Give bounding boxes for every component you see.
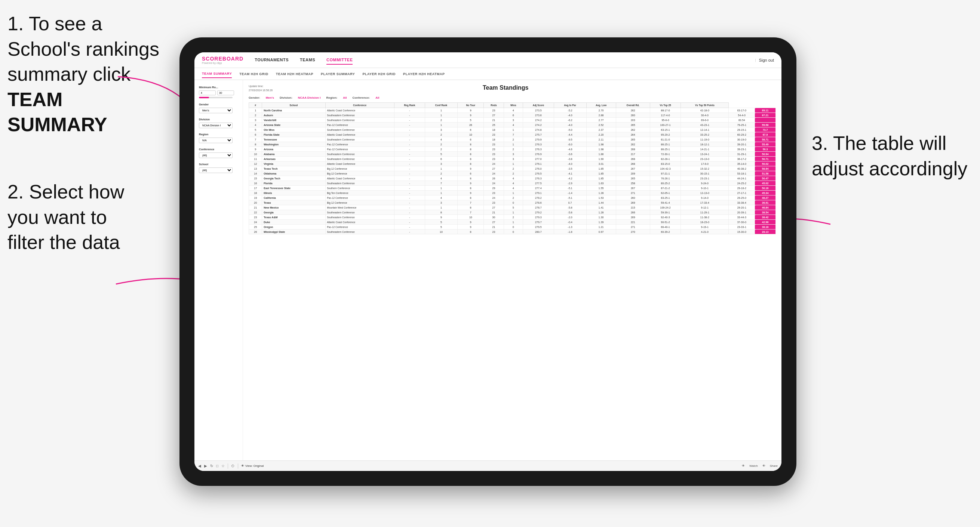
min-rounds-min-input[interactable]: [199, 90, 216, 95]
data-cell: 1: [425, 166, 457, 171]
data-cell: 269: [616, 215, 650, 220]
table-row: 24DukeAtlantic Coast Conference-59271279…: [249, 220, 776, 225]
toolbar-refresh-icon[interactable]: ↻: [210, 464, 213, 468]
data-cell: 27: [484, 113, 504, 118]
data-cell: -4.1: [554, 171, 586, 176]
data-cell: 18: [484, 137, 504, 142]
toolbar-back-icon[interactable]: ◀: [198, 464, 201, 468]
conference-cell: Big Ten Conference: [325, 190, 394, 195]
data-cell: 26: [249, 230, 262, 234]
table-row: 21New MexicoMountain West Conference-182…: [249, 205, 776, 210]
nav-committee[interactable]: COMMITTEE: [326, 56, 353, 65]
data-cell: 97-21-1: [650, 171, 681, 176]
points-cell: 50.3: [755, 147, 776, 152]
subnav-team-h2h-grid[interactable]: TEAM H2H GRID: [239, 70, 269, 78]
data-cell: 11: [249, 157, 262, 162]
table-row: 10AlabamaSoutheastern Conference-5823327…: [249, 152, 776, 157]
data-cell: 79-25-1: [729, 122, 755, 127]
view-original-btn[interactable]: 👁 View: Original: [241, 464, 264, 468]
conference-select[interactable]: (All) SEC Big 12: [199, 152, 232, 158]
points-cell: 45.34: [755, 190, 776, 195]
subnav-player-h2h-heatmap[interactable]: PLAYER H2H HEATMAP: [403, 70, 445, 78]
region-select[interactable]: N/A All: [199, 138, 232, 143]
data-cell: 1.85: [586, 171, 616, 176]
filter-gender: Gender Men's Women's: [199, 103, 238, 113]
gender-select[interactable]: Men's Women's: [199, 108, 232, 113]
subnav-team-h2h-heatmap[interactable]: TEAM H2H HEATMAP: [276, 70, 313, 78]
data-cell: 276.3: [523, 176, 554, 181]
data-cell: 86-25-1: [650, 147, 681, 152]
school-cell: Washington: [262, 142, 325, 147]
data-cell: 2: [504, 215, 523, 220]
subnav-team-summary[interactable]: TEAM SUMMARY: [202, 70, 232, 78]
toolbar-clock-icon[interactable]: ⏲: [231, 464, 235, 468]
toolbar-bookmark-icon[interactable]: ☆: [221, 464, 225, 468]
conference-cell: Southeastern Conference: [325, 118, 394, 122]
data-cell: 221: [616, 220, 650, 225]
table-row: 5Ole MissSoutheastern Conference-3618127…: [249, 127, 776, 132]
data-cell: 2: [425, 118, 457, 122]
data-cell: 5: [425, 152, 457, 157]
data-cell: 6: [458, 171, 484, 176]
table-row: 7TennesseeSoutheastern Conference-461822…: [249, 137, 776, 142]
col-overall: Overall Rd.: [616, 103, 650, 108]
data-cell: 6: [249, 132, 262, 137]
data-cell: 258: [616, 181, 650, 186]
data-cell: 1.30: [586, 215, 616, 220]
data-cell: 1: [504, 127, 523, 132]
sign-out-link[interactable]: Sign out: [759, 58, 774, 62]
points-cell: 48.27: [755, 195, 776, 200]
conference-cell: Big 12 Conference: [325, 171, 394, 176]
data-cell: 86-25-1: [650, 142, 681, 147]
data-cell: 23: [484, 157, 504, 162]
data-cell: 104-42-3: [650, 166, 681, 171]
data-cell: 278.2: [523, 195, 554, 200]
data-cell: 26: [458, 122, 484, 127]
data-cell: 6: [504, 113, 523, 118]
data-cell: 274.2: [523, 122, 554, 127]
data-cell: 268: [616, 157, 650, 162]
min-rounds-slider[interactable]: [199, 97, 232, 98]
data-cell: 12-13-0: [681, 190, 729, 195]
data-cell: -: [394, 205, 425, 210]
conference-cell: Pac-12 Conference: [325, 195, 394, 200]
col-vs-top50: Vs Top 50 Points: [681, 103, 729, 108]
nav-teams[interactable]: TEAMS: [300, 56, 315, 65]
nav-tournaments[interactable]: TOURNAMENTS: [255, 56, 289, 65]
data-cell: 8: [458, 152, 484, 157]
data-cell: 9-19-1: [681, 225, 729, 230]
data-cell: 88-17-0: [650, 108, 681, 113]
table-header-section: Update time: 27/03/2024 16:56:26 Team St…: [249, 84, 776, 92]
data-cell: 6: [425, 157, 457, 162]
data-cell: 1: [504, 220, 523, 225]
data-cell: 29-20-1: [729, 205, 755, 210]
toolbar-forward-icon[interactable]: ▶: [204, 464, 207, 468]
data-cell: 0: [504, 225, 523, 230]
data-cell: 271: [616, 190, 650, 195]
data-cell: 8: [458, 176, 484, 181]
data-cell: 267: [616, 186, 650, 190]
subnav-player-summary[interactable]: PLAYER SUMMARY: [321, 70, 355, 78]
data-cell: 2: [425, 147, 457, 152]
toolbar-share-icon[interactable]: □: [216, 464, 218, 468]
data-cell: -1.8: [554, 230, 586, 234]
school-select[interactable]: (All): [199, 167, 232, 173]
division-select[interactable]: NCAA Division I NCAA Division II NCAA Di…: [199, 122, 232, 128]
table-title: Team Standings: [272, 84, 738, 91]
data-cell: 274.8: [523, 127, 554, 132]
school-cell: Florida State: [262, 132, 325, 137]
data-cell: 27: [484, 220, 504, 225]
division-label: Division: [199, 118, 238, 121]
data-cell: 24: [249, 220, 262, 225]
data-cell: 8: [458, 147, 484, 152]
table-row: 1North CarolinaAtlantic Coast Conference…: [249, 108, 776, 113]
data-cell: -3.8: [554, 157, 586, 162]
subnav-player-h2h-grid[interactable]: PLAYER H2H GRID: [362, 70, 396, 78]
table-row: 11ArkansasSoutheastern Conference-682332…: [249, 157, 776, 162]
table-row: 9ArizonaPac-12 Conference-28232276.3-4.6…: [249, 147, 776, 152]
data-cell: -5.1: [554, 186, 586, 190]
school-cell: Texas Tech: [262, 166, 325, 171]
data-cell: -: [394, 210, 425, 215]
data-cell: 6: [458, 127, 484, 132]
min-rounds-max-input[interactable]: [217, 90, 234, 95]
